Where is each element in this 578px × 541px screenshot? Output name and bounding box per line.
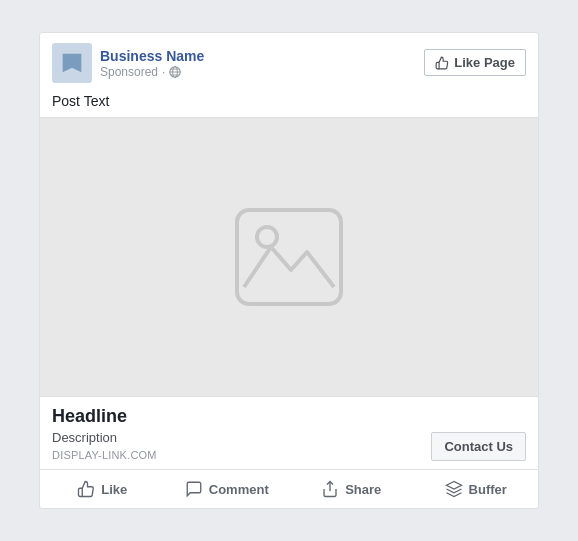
image-placeholder (229, 202, 349, 312)
image-area (40, 117, 538, 397)
sponsored-label: Sponsored (100, 65, 158, 79)
globe-icon (169, 66, 181, 78)
buffer-action-label: Buffer (469, 482, 507, 497)
svg-rect-5 (237, 210, 341, 304)
facebook-ad-card: Business Name Sponsored · (39, 32, 539, 509)
share-action-label: Share (345, 482, 381, 497)
ad-description: Description (52, 430, 419, 445)
ad-info-text: Headline Description DISPLAY-LINK.COM (52, 405, 419, 461)
avatar (52, 43, 92, 83)
like-action-button[interactable]: Like (40, 472, 165, 506)
like-page-label: Like Page (454, 55, 515, 70)
like-action-label: Like (101, 482, 127, 497)
avatar-icon (58, 49, 86, 77)
comment-action-label: Comment (209, 482, 269, 497)
card-header: Business Name Sponsored · (40, 33, 538, 89)
header-info: Business Name Sponsored · (100, 47, 204, 79)
header-left: Business Name Sponsored · (52, 43, 204, 83)
sponsored-row: Sponsored · (100, 65, 204, 79)
dot-separator: · (162, 65, 165, 79)
business-name: Business Name (100, 47, 204, 65)
share-action-button[interactable]: Share (289, 472, 414, 506)
comment-action-icon (185, 480, 203, 498)
like-page-button[interactable]: Like Page (424, 49, 526, 76)
image-placeholder-icon (229, 202, 349, 312)
svg-point-6 (257, 227, 277, 247)
share-action-icon (321, 480, 339, 498)
thumbs-up-icon (435, 56, 449, 70)
buffer-action-icon (445, 480, 463, 498)
like-action-icon (77, 480, 95, 498)
comment-action-button[interactable]: Comment (165, 472, 290, 506)
buffer-action-button[interactable]: Buffer (414, 472, 539, 506)
actions-bar: Like Comment Share Buffer (40, 470, 538, 508)
ad-headline: Headline (52, 405, 419, 428)
svg-marker-8 (446, 482, 461, 490)
ad-info: Headline Description DISPLAY-LINK.COM Co… (40, 397, 538, 470)
contact-us-button[interactable]: Contact Us (431, 432, 526, 461)
post-text: Post Text (40, 89, 538, 117)
ad-display-link: DISPLAY-LINK.COM (52, 449, 419, 461)
